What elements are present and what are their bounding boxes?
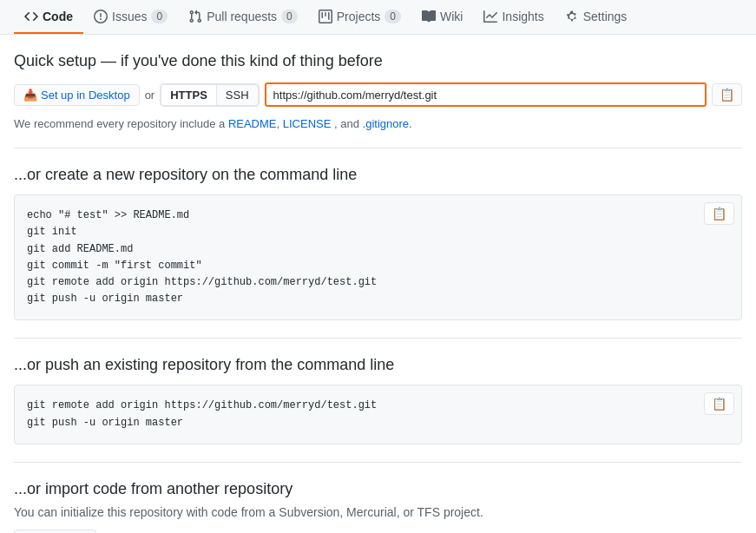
recommend-text: We recommend every repository include a … [14, 117, 742, 130]
or-text: or [145, 89, 155, 102]
protocol-toggle: HTTPS SSH [160, 83, 259, 107]
issue-icon [94, 9, 108, 23]
copy-url-button[interactable]: 📋 [712, 83, 742, 106]
divider-1 [14, 148, 742, 148]
ssh-button[interactable]: SSH [217, 84, 259, 106]
import-code-button[interactable]: Import code [14, 530, 96, 533]
tab-settings-label: Settings [583, 10, 628, 23]
projects-icon [319, 9, 332, 23]
tab-insights-label: Insights [502, 10, 543, 23]
code-icon [24, 9, 38, 23]
quick-setup-heading: Quick setup — if you've done this kind o… [14, 52, 742, 70]
quick-setup-section: Quick setup — if you've done this kind o… [14, 52, 742, 130]
copy-new-repo-button[interactable]: 📋 [704, 202, 734, 225]
period: . [409, 117, 412, 130]
new-repo-title: ...or create a new repository on the com… [14, 166, 742, 184]
tab-projects[interactable]: Projects 0 [308, 0, 411, 34]
new-repo-code-block: echo "# test" >> README.md git init git … [14, 194, 742, 320]
tab-wiki[interactable]: Wiki [411, 0, 473, 34]
setup-desktop-label: Set up in Desktop [41, 89, 130, 102]
https-button[interactable]: HTTPS [161, 84, 217, 106]
tab-wiki-label: Wiki [440, 10, 463, 23]
clipboard-icon: 📋 [720, 88, 734, 102]
tab-code-label: Code [43, 10, 73, 23]
tab-pr-label: Pull requests [207, 10, 277, 23]
tab-pull-requests[interactable]: Pull requests 0 [178, 0, 308, 34]
import-desc: You can initialize this repository with … [14, 505, 742, 519]
tab-code[interactable]: Code [14, 0, 83, 34]
readme-link[interactable]: README [228, 117, 277, 130]
tab-projects-label: Projects [337, 10, 381, 23]
quick-setup-bar: 📥 Set up in Desktop or HTTPS SSH 📋 [14, 82, 742, 107]
tab-settings[interactable]: Settings [555, 0, 638, 34]
repo-url-input[interactable] [273, 89, 698, 102]
projects-count: 0 [385, 10, 401, 23]
copy-push-button[interactable]: 📋 [704, 392, 734, 415]
setup-desktop-button[interactable]: 📥 Set up in Desktop [14, 84, 140, 106]
and-text: , and [334, 117, 359, 130]
tab-insights[interactable]: Insights [473, 0, 554, 34]
wiki-icon [422, 9, 436, 23]
gitignore-link[interactable]: .gitignore [363, 117, 409, 130]
recommend-prefix: We recommend every repository include a [14, 117, 225, 130]
desktop-icon: 📥 [23, 89, 37, 102]
pr-icon [188, 9, 202, 23]
clipboard-icon-2: 📋 [712, 207, 726, 220]
main-content: Quick setup — if you've done this kind o… [0, 35, 756, 533]
new-repo-section: ...or create a new repository on the com… [14, 166, 742, 320]
tab-issues-label: Issues [112, 10, 147, 23]
push-title: ...or push an existing repository from t… [14, 356, 742, 374]
import-title: ...or import code from another repositor… [14, 480, 742, 498]
clipboard-icon-3: 📋 [712, 397, 726, 411]
url-input-wrapper [265, 82, 707, 107]
import-section: ...or import code from another repositor… [14, 480, 742, 533]
pr-count: 0 [281, 10, 298, 23]
issues-count: 0 [151, 10, 168, 23]
tab-issues[interactable]: Issues 0 [83, 0, 178, 34]
push-section: ...or push an existing repository from t… [14, 356, 742, 444]
push-code: git remote add origin https://github.com… [27, 398, 707, 431]
license-link[interactable]: LICENSE [283, 117, 332, 130]
divider-2 [14, 338, 742, 339]
push-code-block: git remote add origin https://github.com… [14, 385, 742, 444]
divider-3 [14, 462, 742, 463]
new-repo-code: echo "# test" >> README.md git init git … [27, 207, 707, 307]
settings-icon [565, 9, 579, 23]
insights-icon [483, 9, 497, 23]
nav-tabs: Code Issues 0 Pull requests 0 Projects 0… [0, 0, 756, 35]
